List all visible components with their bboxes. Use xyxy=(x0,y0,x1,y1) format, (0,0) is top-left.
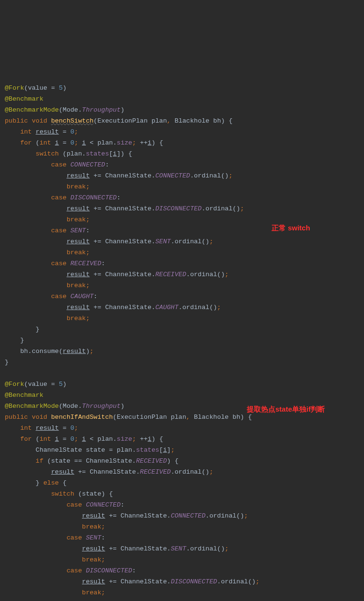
annotation-comment-1: 正常 switch xyxy=(272,222,310,233)
code-block-1: @Fork(value = 5) @Benchmark @BenchmarkMo… xyxy=(5,84,260,601)
code-editor: 正常 switch 提取热点state单独if判断 @Fork(value = … xyxy=(5,50,359,601)
annotation-comment-2: 提取热点state单独if判断 xyxy=(247,404,356,415)
